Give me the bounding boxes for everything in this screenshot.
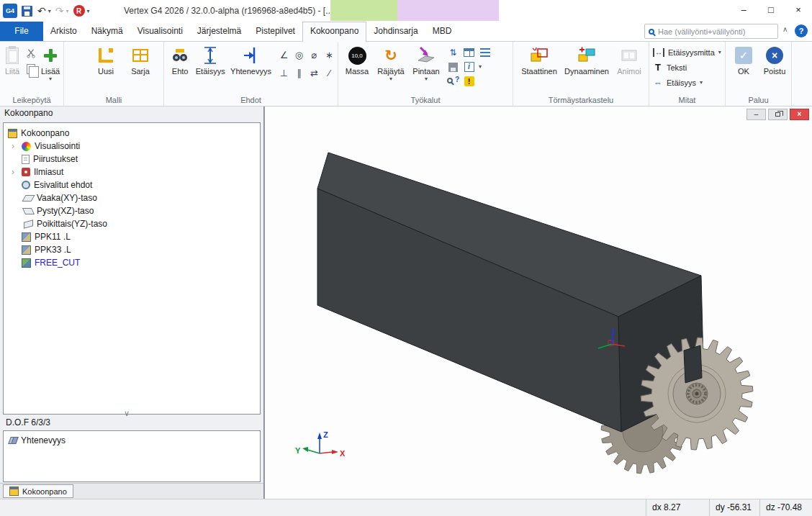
- tab-file[interactable]: File: [0, 22, 43, 41]
- series-button[interactable]: Sarja: [126, 44, 155, 76]
- angle-constraint-button[interactable]: ∠: [277, 48, 291, 63]
- save-model-icon: [448, 63, 458, 72]
- zoom-help-button[interactable]: ?: [447, 76, 459, 87]
- qat-dropdown-icon[interactable]: ▾: [87, 8, 90, 14]
- new-part-button[interactable]: Uusi: [91, 44, 120, 76]
- tab-jarjestelma[interactable]: Järjestelmä: [190, 22, 248, 41]
- save-model-button[interactable]: [447, 61, 459, 73]
- redo-caret-icon[interactable]: ▾: [66, 8, 68, 14]
- coincidence-button[interactable]: Yhtenevyys: [229, 44, 273, 76]
- tab-mbd[interactable]: MBD: [425, 22, 459, 41]
- collapse-ribbon-icon[interactable]: ∧: [782, 25, 788, 33]
- record-icon[interactable]: R: [73, 5, 85, 17]
- condition-button[interactable]: Ehto: [168, 44, 191, 76]
- midpoint-constraint-button[interactable]: ∗: [322, 48, 336, 63]
- exit-button[interactable]: × Poistu: [760, 44, 789, 76]
- info-caret-icon[interactable]: ▾: [479, 65, 482, 69]
- distance-dimension-button[interactable]: ⇔ Etäisyys ▾: [649, 75, 725, 90]
- add-button[interactable]: Lisää ▾: [39, 44, 62, 81]
- dynamic-collision-button[interactable]: Dynaaminen: [564, 44, 610, 76]
- preset-conditions-icon: [22, 181, 30, 189]
- tree-item-label: PPK11 .L: [35, 232, 71, 242]
- window-maximize-button[interactable]: □: [757, 0, 785, 22]
- tree-item-ppk33[interactable]: PPK33 .L: [4, 243, 260, 256]
- paste-button[interactable]: Liitä: [1, 44, 23, 76]
- distance-constraint-button[interactable]: Etäisyys: [194, 44, 226, 76]
- tree-item-label: Visualisointi: [35, 141, 80, 151]
- beam-solid[interactable]: [317, 153, 704, 432]
- parallel-constraint-button[interactable]: ∥: [292, 66, 306, 81]
- search-icon: [649, 29, 654, 35]
- animate-button[interactable]: Animoi: [614, 44, 644, 76]
- undo-caret-icon[interactable]: ▾: [48, 8, 51, 14]
- notes-button[interactable]: !: [463, 76, 475, 87]
- explode-button[interactable]: ↻ Räjäytä ▾: [375, 44, 407, 81]
- undo-icon: ↶: [37, 5, 46, 17]
- tree-item-free-cut[interactable]: FREE_CUT: [4, 256, 260, 269]
- document-close-button[interactable]: ×: [790, 109, 809, 120]
- document-minimize-button[interactable]: –: [746, 109, 766, 120]
- window-minimize-button[interactable]: –: [730, 0, 757, 22]
- tree-item-ppk11[interactable]: PPK11 .L: [4, 230, 260, 243]
- tab-kokoonpano[interactable]: Kokoonpano: [302, 22, 366, 42]
- add-caret-icon: ▾: [49, 77, 52, 81]
- ratio-constraint-button[interactable]: ∕: [322, 66, 336, 81]
- app-icon[interactable]: G4: [3, 4, 17, 18]
- perpendicular-constraint-button[interactable]: ⊥: [277, 66, 291, 81]
- copy-button[interactable]: [24, 63, 37, 76]
- coincidence-icon: [243, 46, 260, 65]
- info-button[interactable]: i: [463, 61, 475, 73]
- group-label-malli: Malli: [64, 96, 163, 104]
- tangent-constraint-button[interactable]: ⌀: [307, 48, 321, 63]
- tab-johdinsarja[interactable]: Johdinsarja: [366, 22, 425, 41]
- dof-status: D.O.F 6/3/3: [6, 417, 50, 427]
- panel-tab-kokoonpano[interactable]: Kokoonpano: [3, 484, 73, 498]
- expand-icon[interactable]: ›: [8, 141, 18, 151]
- tree-item-ilmiasut[interactable]: › Ilmiasut: [4, 166, 260, 178]
- ribbon-group-leikepoyta: Liitä Lisää ▾ Leikepöytä: [0, 42, 64, 106]
- tree-item-pysty-xz[interactable]: Pysty(XZ)-taso: [4, 204, 260, 217]
- mass-button[interactable]: 10,0 Massa: [343, 44, 371, 76]
- table-button[interactable]: [463, 47, 475, 58]
- sort-arrows-button[interactable]: ⇅: [447, 47, 459, 58]
- window-close-button[interactable]: ×: [785, 0, 812, 22]
- tab-visualisointi[interactable]: Visualisointi: [130, 22, 190, 41]
- expand-icon[interactable]: ›: [8, 167, 18, 177]
- search-input[interactable]: [658, 27, 774, 36]
- distance-measure-button[interactable]: ↔ Etäisyysmitta ▾: [649, 45, 725, 60]
- concentric-constraint-button[interactable]: ◎: [292, 48, 306, 63]
- tree-item-kokoonpano[interactable]: Kokoonpano: [4, 127, 260, 140]
- to-surface-button[interactable]: Pintaan ▾: [410, 44, 442, 81]
- tree-item-piirustukset[interactable]: Piirustukset: [4, 153, 260, 166]
- gear-keyway-slot: [684, 345, 702, 383]
- cut-button[interactable]: [24, 47, 37, 60]
- text-annotation-button[interactable]: T Teksti: [649, 60, 725, 75]
- window-title: Vertex G4 2026 / 32.0.0-alpha (r196968-a…: [124, 0, 333, 22]
- symmetric-constraint-button[interactable]: ⇄: [307, 66, 321, 81]
- tree-item-vaaka-xy[interactable]: Vaaka(XY)-taso: [4, 191, 260, 204]
- tree-item-poikittais-yz[interactable]: Poikittais(YZ)-taso: [4, 217, 260, 230]
- context-tab-highlight-mbd: [461, 0, 499, 21]
- document-restore-button[interactable]: [768, 109, 788, 120]
- splitter-collapse-icon[interactable]: ∨: [124, 409, 130, 418]
- save-button[interactable]: [20, 4, 33, 17]
- redo-button[interactable]: ↷: [55, 0, 64, 22]
- tab-pistepilvet[interactable]: Pistepilvet: [248, 22, 302, 41]
- distance-dimension-label: Etäisyys: [667, 78, 696, 87]
- undo-button[interactable]: ↶: [37, 0, 46, 22]
- tree-item-label: Piirustukset: [33, 154, 78, 164]
- ok-button[interactable]: ✓ OK: [733, 44, 754, 76]
- model-viewport[interactable]: – ×: [264, 107, 812, 499]
- static-collision-button[interactable]: Staattinen: [519, 44, 559, 76]
- constraint-item-yhtenevyys[interactable]: Yhtenevyys: [4, 434, 260, 447]
- tab-arkisto[interactable]: Arkisto: [43, 22, 84, 41]
- help-button[interactable]: ?: [795, 24, 808, 37]
- tree-item-visualisointi[interactable]: › Visualisointi: [4, 140, 260, 153]
- model-canvas[interactable]: Z Y X: [265, 107, 812, 499]
- zoom-help-icon: ?: [447, 76, 459, 87]
- status-dy: dy -56.31: [709, 499, 759, 516]
- layers-button[interactable]: [479, 47, 491, 58]
- tree-item-esivalitut-ehdot[interactable]: Esivalitut ehdot: [4, 178, 260, 191]
- tree-item-label: Pysty(XZ)-taso: [37, 206, 94, 216]
- tab-nakyma[interactable]: Näkymä: [84, 22, 130, 41]
